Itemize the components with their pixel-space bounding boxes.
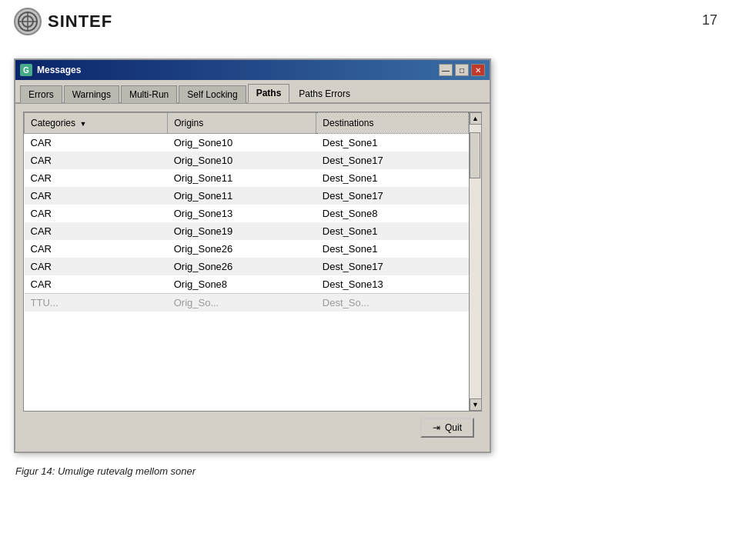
cell-destination: Dest_Sone1: [316, 134, 469, 152]
table-row: CAROrig_Sone19Dest_Sone1: [25, 222, 469, 240]
categories-header[interactable]: Categories ▼: [25, 113, 168, 134]
cell-category: CAR: [25, 222, 168, 240]
table-row: CAROrig_Sone8Dest_Sone13: [25, 275, 469, 294]
cell-origin: Orig_Sone11: [168, 187, 316, 205]
categories-dropdown-icon[interactable]: ▼: [79, 120, 86, 128]
tab-selflocking[interactable]: Self Locking: [179, 85, 246, 103]
maximize-button[interactable]: □: [455, 64, 469, 76]
tab-paths-errors[interactable]: Paths Errors: [291, 85, 358, 102]
cell-origin: Orig_Sone10: [168, 134, 316, 152]
table-container: Categories ▼ Origins Destinations CAROri…: [23, 112, 482, 412]
window-titlebar: G Messages — □ ✕: [15, 60, 490, 80]
cell-category: CAR: [25, 205, 168, 222]
table-row: CAROrig_Sone11Dest_Sone1: [25, 169, 469, 187]
table-row: CAROrig_Sone11Dest_Sone17: [25, 187, 469, 205]
window-content: Categories ▼ Origins Destinations CAROri…: [15, 104, 490, 452]
cell-origin: Orig_So...: [168, 294, 316, 312]
window-controls: — □ ✕: [439, 64, 485, 76]
cell-destination: Dest_Sone13: [316, 275, 469, 294]
cell-destination: Dest_So...: [316, 294, 469, 312]
logo-text: SINTEF: [48, 12, 112, 32]
tab-bar: Errors Warnings Multi-Run Self Locking P…: [15, 80, 490, 104]
main-area: G Messages — □ ✕ Errors Warnings Multi-R…: [0, 43, 739, 485]
scroll-thumb[interactable]: [470, 132, 480, 178]
cell-category: CAR: [25, 240, 168, 258]
cell-origin: Orig_Sone8: [168, 275, 316, 294]
page-header: SINTEF 17: [0, 0, 739, 43]
logo-area: SINTEF: [14, 8, 112, 35]
tab-warnings[interactable]: Warnings: [64, 85, 119, 103]
table-row: CAROrig_Sone13Dest_Sone8: [25, 205, 469, 222]
logo-icon: [14, 8, 42, 35]
table-scroll-area[interactable]: Categories ▼ Origins Destinations CAROri…: [24, 112, 469, 411]
table-row: CAROrig_Sone10Dest_Sone1: [25, 134, 469, 152]
table-row: CAROrig_Sone26Dest_Sone1: [25, 240, 469, 258]
table-row: CAROrig_Sone26Dest_Sone17: [25, 258, 469, 275]
cell-category: CAR: [25, 275, 168, 294]
cell-destination: Dest_Sone1: [316, 240, 469, 258]
table-header-row: Categories ▼ Origins Destinations: [25, 113, 469, 134]
cell-destination: Dest_Sone17: [316, 152, 469, 169]
cell-origin: Orig_Sone10: [168, 152, 316, 169]
window-title: Messages: [37, 65, 434, 75]
quit-button[interactable]: ⇥ Quit: [420, 418, 474, 438]
cell-category: CAR: [25, 258, 168, 275]
scrollbar[interactable]: ▲ ▼: [469, 112, 481, 411]
minimize-button[interactable]: —: [439, 64, 453, 76]
table-row: TTU...Orig_So...Dest_So...: [25, 294, 469, 312]
quit-icon: ⇥: [433, 422, 440, 433]
destinations-header: Destinations: [316, 113, 469, 134]
cell-destination: Dest_Sone17: [316, 187, 469, 205]
tab-paths[interactable]: Paths: [248, 84, 290, 103]
cell-category: CAR: [25, 169, 168, 187]
cell-origin: Orig_Sone26: [168, 258, 316, 275]
scroll-track[interactable]: [470, 125, 481, 398]
cell-destination: Dest_Sone17: [316, 258, 469, 275]
cell-category: CAR: [25, 152, 168, 169]
scroll-down-button[interactable]: ▼: [470, 398, 482, 411]
cell-destination: Dest_Sone1: [316, 169, 469, 187]
messages-window: G Messages — □ ✕ Errors Warnings Multi-R…: [14, 58, 491, 453]
tab-multirun[interactable]: Multi-Run: [121, 85, 177, 103]
cell-origin: Orig_Sone26: [168, 240, 316, 258]
cell-origin: Orig_Sone11: [168, 169, 316, 187]
window-app-icon: G: [20, 64, 32, 76]
cell-destination: Dest_Sone1: [316, 222, 469, 240]
scroll-up-button[interactable]: ▲: [470, 112, 482, 125]
close-button[interactable]: ✕: [471, 64, 485, 76]
tab-errors[interactable]: Errors: [20, 85, 62, 103]
cell-destination: Dest_Sone8: [316, 205, 469, 222]
cell-category: CAR: [25, 187, 168, 205]
data-table: Categories ▼ Origins Destinations CAROri…: [24, 112, 469, 312]
figure-caption: Figur 14: Umulige rutevalg mellom soner: [14, 465, 725, 477]
origins-header: Origins: [168, 113, 316, 134]
cell-category: TTU...: [25, 294, 168, 312]
table-row: CAROrig_Sone10Dest_Sone17: [25, 152, 469, 169]
page-number: 17: [702, 12, 717, 28]
bottom-bar: ⇥ Quit: [23, 412, 482, 444]
cell-origin: Orig_Sone19: [168, 222, 316, 240]
quit-label: Quit: [445, 422, 462, 433]
cell-category: CAR: [25, 134, 168, 152]
cell-origin: Orig_Sone13: [168, 205, 316, 222]
